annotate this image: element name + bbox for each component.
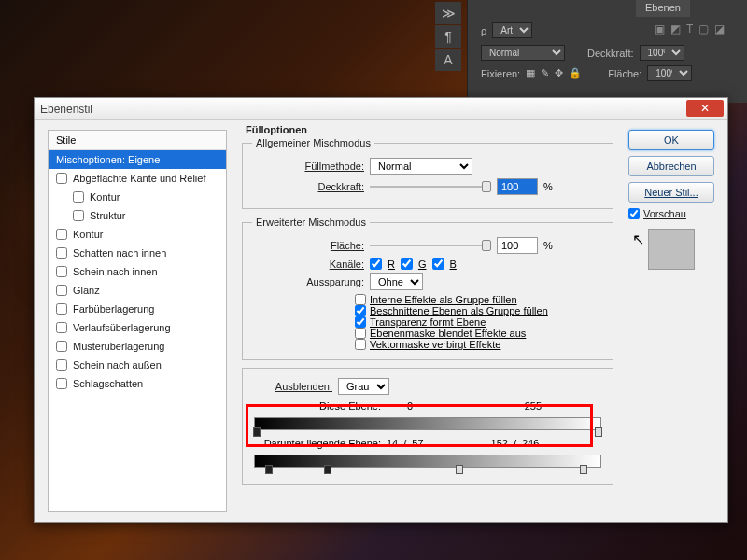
cb-clipped-layers[interactable] xyxy=(355,305,366,316)
advanced-blend-group: Erweiterter Mischmodus Fläche: % Kanäle:… xyxy=(242,217,613,360)
lock-all-icon[interactable]: 🔒 xyxy=(569,67,582,79)
layer-style-dialog: Ebenenstil ✕ Stile Mischoptionen: Eigene… xyxy=(34,97,728,523)
cancel-button[interactable]: Abbrechen xyxy=(628,156,714,176)
slider-thumb-black-low[interactable] xyxy=(265,465,273,474)
style-checkbox[interactable] xyxy=(56,341,67,352)
tool-icon[interactable]: ≫ xyxy=(435,2,461,24)
cb-layer-mask-hides[interactable] xyxy=(355,328,366,339)
blend-mode-select[interactable]: Normal xyxy=(481,45,565,61)
under-layer-slider[interactable] xyxy=(254,455,601,468)
fill-label: Fläche: xyxy=(608,68,641,79)
dialog-buttons: OK Abbrechen Neuer Stil... Vorschau ↖ xyxy=(628,130,714,270)
cb-internal-effects[interactable] xyxy=(355,294,366,305)
blendif-label: Ausblenden: xyxy=(250,381,332,392)
style-item-contour[interactable]: Kontur xyxy=(49,188,226,206)
ok-button[interactable]: OK xyxy=(628,130,714,150)
lock-move-icon[interactable]: ✥ xyxy=(555,67,563,79)
under-b: 57 xyxy=(412,438,423,449)
style-item-bevel[interactable]: Abgeflachte Kante und Relief xyxy=(49,169,226,188)
style-checkbox[interactable] xyxy=(56,266,67,277)
style-item-satin[interactable]: Glanz xyxy=(49,281,226,300)
filter-icon[interactable]: T xyxy=(686,22,693,35)
filter-icon[interactable]: ▣ xyxy=(655,22,665,35)
slider-thumb-white-high[interactable] xyxy=(580,465,587,474)
knockout-label: Aussparung: xyxy=(252,276,364,287)
style-item-blending-options[interactable]: Mischoptionen: Eigene xyxy=(49,150,226,169)
layers-panel-tab[interactable]: Ebenen xyxy=(636,0,690,17)
lock-label: Fixieren: xyxy=(481,68,520,79)
channel-r-checkbox[interactable] xyxy=(370,258,382,270)
slider-thumb-white-low[interactable] xyxy=(456,465,463,474)
channel-b-checkbox[interactable] xyxy=(432,258,444,270)
style-checkbox[interactable] xyxy=(56,247,67,259)
close-button[interactable]: ✕ xyxy=(686,100,724,117)
this-layer-label: Diese Ebene: xyxy=(250,400,381,412)
this-layer-low: 0 xyxy=(387,400,433,412)
cb-vector-mask-hides[interactable] xyxy=(355,339,366,350)
lock-paint-icon[interactable]: ✎ xyxy=(541,67,549,79)
style-checkbox[interactable] xyxy=(73,210,84,221)
styles-list-header: Stile xyxy=(49,131,226,150)
style-item-color-overlay[interactable]: Farbüberlagerung xyxy=(49,300,226,318)
tool-icon[interactable]: ¶ xyxy=(435,25,461,48)
under-c: 152 xyxy=(491,438,508,449)
style-checkbox[interactable] xyxy=(56,378,67,389)
under-layer-label: Darunter liegende Ebene: xyxy=(250,438,381,449)
style-checkbox[interactable] xyxy=(56,303,67,315)
filter-icon[interactable]: ▢ xyxy=(698,22,709,35)
cb-transparency-shapes[interactable] xyxy=(355,316,366,328)
style-checkbox[interactable] xyxy=(73,191,84,203)
cb-label: Vektormaske verbirgt Effekte xyxy=(370,339,500,350)
lock-pixels-icon[interactable]: ▦ xyxy=(526,67,535,79)
fill-area-label: Fläche: xyxy=(252,240,364,251)
dialog-titlebar[interactable]: Ebenenstil ✕ xyxy=(35,98,727,120)
filter-icon[interactable]: ◪ xyxy=(714,22,725,35)
preview-label: Vorschau xyxy=(643,208,686,219)
fill-area-slider[interactable] xyxy=(370,239,491,252)
percent-label: % xyxy=(543,181,553,192)
preview-checkbox[interactable] xyxy=(628,208,640,219)
style-item-stroke[interactable]: Kontur xyxy=(49,225,226,244)
new-style-button[interactable]: Neuer Stil... xyxy=(628,182,714,203)
layers-panel: Ebenen ▣ ◩ T ▢ ◪ ρ Art Normal Deckkraft:… xyxy=(467,0,747,103)
channel-r-label: R xyxy=(388,259,395,270)
filter-icon[interactable]: ◩ xyxy=(670,22,681,35)
opacity-select[interactable]: 100% xyxy=(640,45,684,61)
slash: / xyxy=(514,438,516,449)
style-checkbox[interactable] xyxy=(56,173,67,184)
general-blend-group: Allgemeiner Mischmodus Füllmethode: Norm… xyxy=(242,137,613,209)
style-item-texture[interactable]: Struktur xyxy=(49,206,226,225)
style-item-gradient-overlay[interactable]: Verlaufsüberlagerung xyxy=(49,318,226,337)
tool-icon[interactable]: A xyxy=(435,49,461,71)
knockout-select[interactable]: Ohne xyxy=(370,273,423,290)
fill-select[interactable]: 100% xyxy=(647,65,692,81)
style-checkbox[interactable] xyxy=(56,322,67,333)
slider-thumb-black-high[interactable] xyxy=(324,465,331,474)
channel-g-label: G xyxy=(418,259,427,270)
style-checkbox[interactable] xyxy=(56,359,67,371)
dialog-title: Ebenenstil xyxy=(40,103,92,116)
this-layer-slider[interactable] xyxy=(254,417,601,430)
channel-g-checkbox[interactable] xyxy=(401,258,413,270)
this-layer-high: 255 xyxy=(439,400,542,412)
style-item-inner-glow[interactable]: Schein nach innen xyxy=(49,262,226,281)
fill-method-select[interactable]: Normal xyxy=(370,158,472,175)
layer-kind-select[interactable]: Art xyxy=(492,22,532,38)
opacity-input[interactable] xyxy=(497,178,538,195)
channels-label: Kanäle: xyxy=(252,259,364,270)
style-item-outer-glow[interactable]: Schein nach außen xyxy=(49,356,226,374)
blend-if-group: Ausblenden: Grau Diese Ebene: 0 255 Daru… xyxy=(242,368,613,485)
style-item-drop-shadow[interactable]: Schlagschatten xyxy=(49,374,226,393)
style-item-inner-shadow[interactable]: Schatten nach innen xyxy=(49,244,226,262)
style-checkbox[interactable] xyxy=(56,285,67,296)
advanced-blend-legend: Erweiterter Mischmodus xyxy=(252,217,370,228)
fill-area-input[interactable] xyxy=(497,237,538,254)
opacity-slider[interactable] xyxy=(370,180,491,193)
cb-label: Interne Effekte als Gruppe füllen xyxy=(370,294,517,305)
style-checkbox[interactable] xyxy=(56,229,67,240)
blendif-select[interactable]: Grau xyxy=(338,378,389,395)
style-item-pattern-overlay[interactable]: Musterüberlagerung xyxy=(49,337,226,356)
slider-thumb-white[interactable] xyxy=(595,427,602,437)
cursor-icon: ↖ xyxy=(632,231,644,248)
slider-thumb-black[interactable] xyxy=(253,427,261,437)
